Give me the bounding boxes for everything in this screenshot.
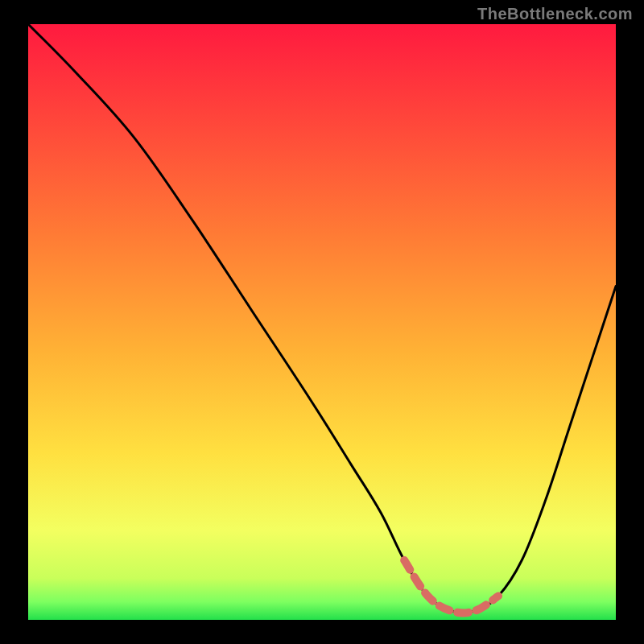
bottleneck-chart xyxy=(0,0,644,644)
chart-root: TheBottleneck.com xyxy=(0,0,644,644)
plot-background xyxy=(28,24,616,620)
watermark-text: TheBottleneck.com xyxy=(477,5,633,23)
